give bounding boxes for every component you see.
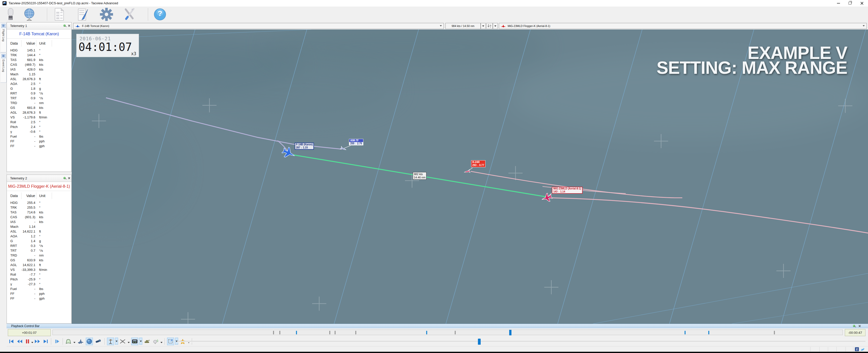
map-3d-view[interactable]: 2016-06-21 04:01:07 x3 EXAMPLE V SETTING… <box>72 30 868 324</box>
pause-dropdown-caret[interactable] <box>31 341 34 344</box>
close-button[interactable] <box>857 0 868 6</box>
telemetry-2-subtitle: MiG-23MLD Flogger-K (Aerial-8-1) <box>7 182 71 191</box>
instrument-panel-view-button[interactable] <box>131 338 138 345</box>
advanced-tools-icon[interactable] <box>123 7 137 22</box>
playback-title: Playback Control Bar <box>11 324 40 328</box>
telemetry-row: Mach1.14 <box>7 224 71 229</box>
globe-view-button[interactable] <box>86 338 93 345</box>
telemetry-row: Pitch-25.9° <box>7 277 71 282</box>
close-icon[interactable] <box>67 24 71 28</box>
rewind-button[interactable] <box>16 338 23 345</box>
telemetry-row: TRD-nm <box>7 101 71 105</box>
pin-icon[interactable] <box>852 324 856 328</box>
telemetry-row: Roll2.5° <box>7 120 71 125</box>
close-icon[interactable] <box>858 324 862 328</box>
minimize-button[interactable] <box>833 0 844 6</box>
timeline-marker <box>296 331 297 334</box>
telemetry-2-table: HDG255.4°TRK255.5°TAS714.6ktsCAS(601.3)k… <box>7 200 71 301</box>
range-readout-combo[interactable]: 984 kts / 14.50 nm <box>445 23 481 29</box>
cockpit-view-button[interactable] <box>65 338 72 345</box>
window-layout-button[interactable] <box>167 338 174 345</box>
telemetry-row: RRT0.9°/s <box>7 91 71 96</box>
aim7-missile-icon[interactable] <box>340 146 346 151</box>
telemetry-row: RRT0.3°/s <box>7 243 71 248</box>
telemetry-row: GS633.9kts <box>7 258 71 262</box>
telemetry-row: TRD-nm <box>7 253 71 258</box>
scenario-watermark: EXAMPLE V SETTING: MAX RANGE <box>656 46 847 75</box>
sensor-view-button[interactable] <box>152 338 159 345</box>
mig23-object-label[interactable]: MiG-23MLD (Aerial-8-1) 143 ↓ 1.14 <box>552 187 583 194</box>
swap-dropdown-button[interactable] <box>493 23 498 29</box>
play-step-button[interactable] <box>54 338 61 345</box>
telemetry-row: IAS-kts <box>7 219 71 224</box>
flight-document-icon[interactable] <box>52 7 66 22</box>
sensor-view-caret[interactable] <box>160 341 163 344</box>
close-icon[interactable] <box>67 176 71 180</box>
camera-tripod-view-button[interactable] <box>107 338 114 345</box>
world-online-icon[interactable] <box>22 7 36 22</box>
range-speed-label: 982 kts 14.46 nm <box>413 172 427 180</box>
fast-forward-button[interactable] <box>34 338 41 345</box>
twitter-icon[interactable] <box>861 347 865 352</box>
restore-button[interactable] <box>844 0 856 6</box>
telemetry-row: HDG255.4° <box>7 200 71 205</box>
telescope-view-button[interactable] <box>95 338 102 345</box>
telemetry-row: Fuel-lbs <box>7 286 71 291</box>
mig23-aircraft-icon[interactable] <box>540 192 553 204</box>
timeline-track[interactable] <box>53 329 843 335</box>
facebook-icon[interactable]: f <box>855 347 859 351</box>
secondary-object-combo[interactable]: MiG-23MLD Flogger-K (Aerial-8-1) <box>499 23 867 29</box>
instrument-panel-caret[interactable] <box>139 338 142 345</box>
usb-device-icon[interactable] <box>3 7 18 22</box>
telemetry-1-header: Telemetry 1 <box>7 23 71 30</box>
camera-tripod-caret[interactable] <box>115 338 118 345</box>
timeline-marker <box>708 331 709 334</box>
red-aircraft-icon <box>501 25 506 28</box>
settings-gear-icon[interactable] <box>99 7 114 22</box>
pin-icon[interactable] <box>63 176 66 180</box>
clock-time: 04:01:07 <box>79 41 132 54</box>
telemetry-row: TRT0.7°/s <box>7 248 71 253</box>
cockpit-view-caret[interactable] <box>73 341 76 344</box>
telemetry-row: AGL28,676.3ft <box>7 110 71 115</box>
range-dropdown-button[interactable] <box>481 23 486 29</box>
telemetry-row: CAS(469.7)kts <box>7 62 71 67</box>
camera-distance-slider[interactable] <box>177 341 866 343</box>
panel-title: Telemetry 2 <box>10 176 27 180</box>
slider-thumb[interactable] <box>478 339 481 345</box>
crossed-aircraft-view-button[interactable] <box>119 338 126 345</box>
title-bar: Tacview-20250220-155407-DCS-test_preFLO.… <box>0 0 868 7</box>
telemetry-row: TRK144.4° <box>7 52 71 58</box>
r24-object-label[interactable]: R-24R 293 ↓ 0.77 <box>471 160 486 167</box>
aim7-object-label[interactable]: AIM-7F 255 ↓ 2.75 <box>349 139 363 145</box>
telemetry-row: G1.8g <box>7 86 71 91</box>
panel-title: Telemetry 1 <box>10 24 27 28</box>
pin-icon[interactable] <box>63 24 66 28</box>
f14-aircraft-icon[interactable] <box>281 146 297 161</box>
r24-missile-icon[interactable] <box>464 170 470 174</box>
crossed-aircraft-caret[interactable] <box>127 341 130 344</box>
window-title: Tacview-20250220-155407-DCS-test_preFLO.… <box>8 1 118 5</box>
playback-title-bar: Playback Control Bar <box>6 324 868 328</box>
vehicle-view-button[interactable] <box>143 338 150 345</box>
skip-to-end-button[interactable] <box>42 338 49 345</box>
timeline-marker <box>355 331 356 334</box>
help-icon[interactable]: ? <box>153 7 167 22</box>
clock-speed-multiplier: x3 <box>131 51 136 56</box>
timeline-playhead[interactable] <box>509 330 512 336</box>
swap-objects-icon <box>487 24 492 29</box>
f14-object-label[interactable]: F-14B (Karon) 287 ↓ 1.15 <box>295 143 314 150</box>
telemetry-row: γ-0.6° <box>7 129 71 134</box>
primary-object-combo[interactable]: F-14B Tomcat (Karon) <box>73 23 444 29</box>
timeline-marker <box>335 331 336 334</box>
clock-overlay: 2016-06-21 04:01:07 x3 <box>76 34 139 57</box>
tab-event-log[interactable]: Event Log <box>0 53 6 83</box>
telemetry-row: AOA2.5° <box>7 81 71 86</box>
telemetry-row: TAS681.9kts <box>7 58 71 62</box>
mission-notes-icon[interactable] <box>76 7 90 22</box>
tab-flight-log[interactable]: Flight Log <box>0 23 6 52</box>
pause-button[interactable] <box>25 338 31 345</box>
swap-objects-button[interactable] <box>486 23 493 29</box>
skip-to-start-button[interactable] <box>8 338 15 345</box>
external-view-button[interactable] <box>77 338 84 345</box>
